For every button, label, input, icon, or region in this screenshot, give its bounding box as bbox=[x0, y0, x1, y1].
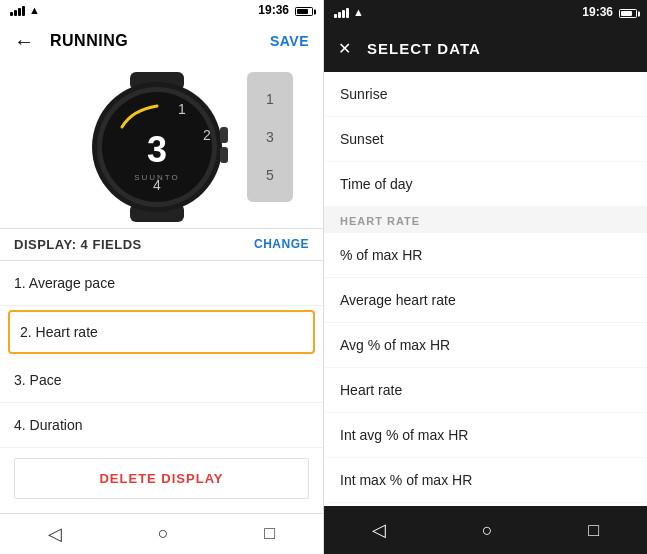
right-back-nav[interactable]: ◁ bbox=[372, 519, 386, 541]
right-status-bar: ▲ 19:36 bbox=[324, 0, 647, 24]
change-button[interactable]: CHANGE bbox=[254, 237, 309, 251]
left-time: 19:36 bbox=[258, 3, 289, 17]
display-fields-row: DISPLAY: 4 FIELDS CHANGE bbox=[0, 228, 323, 261]
mini-panel-preview: 1 3 5 bbox=[247, 72, 293, 202]
left-back-nav[interactable]: ◁ bbox=[48, 523, 62, 545]
watch-image: 1 2 3 4 SUUNTO bbox=[72, 72, 252, 222]
mini-num-3: 3 bbox=[266, 129, 274, 145]
field-item-4[interactable]: 4. Duration bbox=[0, 403, 323, 448]
close-button[interactable]: ✕ bbox=[338, 39, 351, 58]
left-home-nav[interactable]: ○ bbox=[158, 523, 169, 544]
select-data-title: SELECT DATA bbox=[367, 40, 481, 57]
delete-btn-area: DELETE DISPLAY bbox=[0, 448, 323, 513]
right-time: 19:36 bbox=[582, 5, 613, 19]
right-home-nav[interactable]: ○ bbox=[482, 520, 493, 541]
svg-rect-6 bbox=[220, 147, 228, 163]
field-list: 1. Average pace 2. Heart rate 3. Pace 4.… bbox=[0, 261, 323, 448]
mini-num-1: 1 bbox=[266, 91, 274, 107]
right-top-bar: ✕ SELECT DATA bbox=[324, 24, 647, 72]
field-item-2[interactable]: 2. Heart rate bbox=[8, 310, 315, 354]
svg-text:1: 1 bbox=[178, 101, 186, 117]
save-button[interactable]: SAVE bbox=[270, 33, 309, 49]
svg-text:SUUNTO: SUUNTO bbox=[134, 173, 180, 182]
svg-rect-5 bbox=[220, 127, 228, 143]
field-item-3[interactable]: 3. Pace bbox=[0, 358, 323, 403]
right-status-icons: ▲ bbox=[334, 6, 364, 18]
select-item-int-max-pct-max-hr[interactable]: Int max % of max HR bbox=[324, 458, 647, 503]
left-nav-bar: ◁ ○ □ bbox=[0, 513, 323, 554]
watch-area: 1 2 3 4 SUUNTO 1 3 5 bbox=[0, 62, 323, 228]
left-top-bar: ← RUNNING SAVE bbox=[0, 21, 323, 62]
back-button[interactable]: ← bbox=[14, 30, 34, 53]
left-status-icons: ▲ bbox=[10, 4, 40, 16]
select-item-sunrise[interactable]: Sunrise bbox=[324, 72, 647, 117]
select-item-pct-max-hr[interactable]: % of max HR bbox=[324, 233, 647, 278]
heart-rate-section-header: HEART RATE bbox=[324, 207, 647, 233]
battery-icon bbox=[295, 3, 313, 17]
svg-text:2: 2 bbox=[203, 127, 211, 143]
left-recent-nav[interactable]: □ bbox=[264, 523, 275, 544]
display-fields-label: DISPLAY: 4 FIELDS bbox=[14, 237, 142, 252]
select-data-list: Sunrise Sunset Time of day HEART RATE % … bbox=[324, 72, 647, 506]
right-nav-bar: ◁ ○ □ bbox=[324, 506, 647, 554]
signal-icon bbox=[10, 4, 25, 16]
right-signal-icon bbox=[334, 6, 349, 18]
select-item-avg-pct-max-hr[interactable]: Avg % of max HR bbox=[324, 323, 647, 368]
mini-num-5: 5 bbox=[266, 167, 274, 183]
select-item-sunset[interactable]: Sunset bbox=[324, 117, 647, 162]
field-item-1[interactable]: 1. Average pace bbox=[0, 261, 323, 306]
select-item-avg-heart-rate[interactable]: Average heart rate bbox=[324, 278, 647, 323]
svg-text:3: 3 bbox=[146, 129, 166, 170]
right-recent-nav[interactable]: □ bbox=[588, 520, 599, 541]
select-item-timeofday[interactable]: Time of day bbox=[324, 162, 647, 207]
select-item-heart-rate[interactable]: Heart rate bbox=[324, 368, 647, 413]
left-status-bar: ▲ 19:36 bbox=[0, 0, 323, 21]
page-title: RUNNING bbox=[50, 32, 270, 50]
select-item-int-avg-pct-max-hr[interactable]: Int avg % of max HR bbox=[324, 413, 647, 458]
right-panel: ▲ 19:36 ✕ SELECT DATA Sunrise Sunset Tim… bbox=[323, 0, 647, 554]
right-wifi-icon: ▲ bbox=[353, 6, 364, 18]
left-panel: ▲ 19:36 ← RUNNING SAVE bbox=[0, 0, 323, 554]
watch-svg: 1 2 3 4 SUUNTO bbox=[72, 72, 242, 222]
delete-display-button[interactable]: DELETE DISPLAY bbox=[14, 458, 309, 499]
wifi-icon: ▲ bbox=[29, 4, 40, 16]
right-battery-icon bbox=[619, 5, 637, 19]
